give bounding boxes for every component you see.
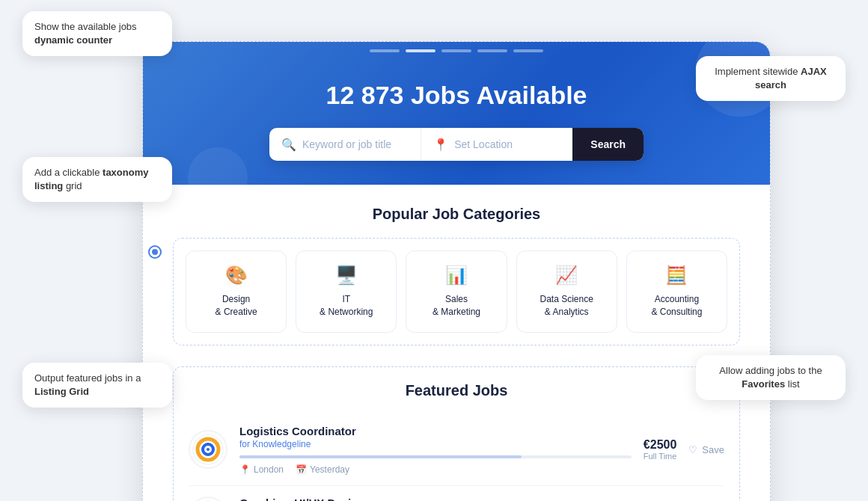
job-price-logistics: €2500 [644,438,677,452]
category-name-sales: Sales& Marketing [415,293,497,319]
job-info-graphics: Graphics, UI/UX Designer for Cloud Marke… [239,497,679,501]
job-save-logistics[interactable]: ♡ Save [688,444,724,455]
data-icon: 📈 [526,265,608,286]
search-button[interactable]: Search [572,128,644,161]
featured-jobs-section: Featured Jobs Logistics Coordinator fo [173,366,740,501]
job-title-logistics: Logistics Coordinator [239,425,632,437]
hero-dots [370,49,543,52]
content-area: Popular Job Categories 🎨 Design& Creativ… [143,185,770,501]
job-type-logistics: Full Time [644,452,677,461]
job-price-area-logistics: €2500 Full Time [644,438,677,461]
category-card-data[interactable]: 📈 Data Science& Analytics [516,250,617,333]
featured-title: Featured Jobs [189,382,724,399]
job-info-logistics: Logistics Coordinator for Knowledgeline … [239,425,632,475]
category-card-design[interactable]: 🎨 Design& Creative [186,250,287,333]
tooltip-listing-grid: Output featured jobs in a Listing Grid [22,363,172,408]
heart-icon-logistics: ♡ [688,444,697,455]
keyword-input[interactable]: Keyword or job title [302,138,391,150]
categories-title: Popular Job Categories [173,206,740,223]
hero-dot-4 [477,49,507,52]
job-logo-knowledgeline [189,430,227,469]
category-card-accounting[interactable]: 🧮 Accounting& Consulting [626,250,727,333]
search-icon: 🔍 [281,138,296,152]
it-icon: 🖥️ [305,265,387,286]
search-bar: 🔍 Keyword or job title 📍 Set Location Se… [269,128,644,161]
hero-title: 12 873 Jobs Available [173,81,740,110]
category-card-it[interactable]: 🖥️ IT& Networking [296,250,397,333]
hero-dot-2 [406,49,435,52]
sales-icon: 📊 [415,265,497,286]
job-location-logistics: 📍 London [239,464,284,475]
location-search-field[interactable]: 📍 Set Location [421,128,572,161]
job-company-logistics: for Knowledgeline [239,439,632,449]
hero-dot-5 [513,49,543,52]
category-name-it: IT& Networking [305,293,387,319]
job-bar-logistics [239,455,632,458]
categories-grid: 🎨 Design& Creative 🖥️ IT& Networking 📊 S… [173,238,740,345]
job-card-graphics: Graphics, UI/UX Designer for Cloud Marke… [189,486,724,501]
tooltip-taxonomy-grid: Add a clickable taxonomy listing grid [22,157,172,202]
save-label-logistics: Save [702,444,724,455]
location-icon-small: 📍 [239,464,251,475]
job-card-logistics: Logistics Coordinator for Knowledgeline … [189,414,724,486]
job-logo-cloudmarketing [189,497,227,501]
knowledgeline-logo-svg [192,433,224,466]
location-input[interactable]: Set Location [454,138,513,150]
hero-dot-1 [370,49,400,52]
calendar-icon: 📅 [296,464,307,475]
tooltip-favorites: Allow adding jobs to the Favorites list [696,355,846,400]
accounting-icon: 🧮 [636,265,718,286]
svg-point-3 [207,448,210,451]
design-icon: 🎨 [195,265,277,286]
job-bar-fill-logistics [239,455,522,458]
tooltip-dynamic-counter: Show the available jobs dynamic counter [22,11,172,56]
category-card-sales[interactable]: 📊 Sales& Marketing [406,250,507,333]
connector-dot-taxonomy [150,247,160,257]
category-name-data: Data Science& Analytics [526,293,608,319]
main-content-card: 12 873 Jobs Available 🔍 Keyword or job t… [142,41,771,501]
job-meta-logistics: 📍 London 📅 Yesterday [239,464,632,475]
keyword-search-field[interactable]: 🔍 Keyword or job title [269,128,421,161]
location-pin-icon: 📍 [433,138,448,152]
job-date-logistics: 📅 Yesterday [296,464,349,475]
category-name-design: Design& Creative [195,293,277,319]
hero-dot-3 [441,49,471,52]
job-title-graphics: Graphics, UI/UX Designer [239,497,679,501]
hero-section: 12 873 Jobs Available 🔍 Keyword or job t… [143,42,770,185]
category-name-accounting: Accounting& Consulting [636,293,718,319]
tooltip-ajax-search: Implement sitewide AJAX search [696,56,846,101]
